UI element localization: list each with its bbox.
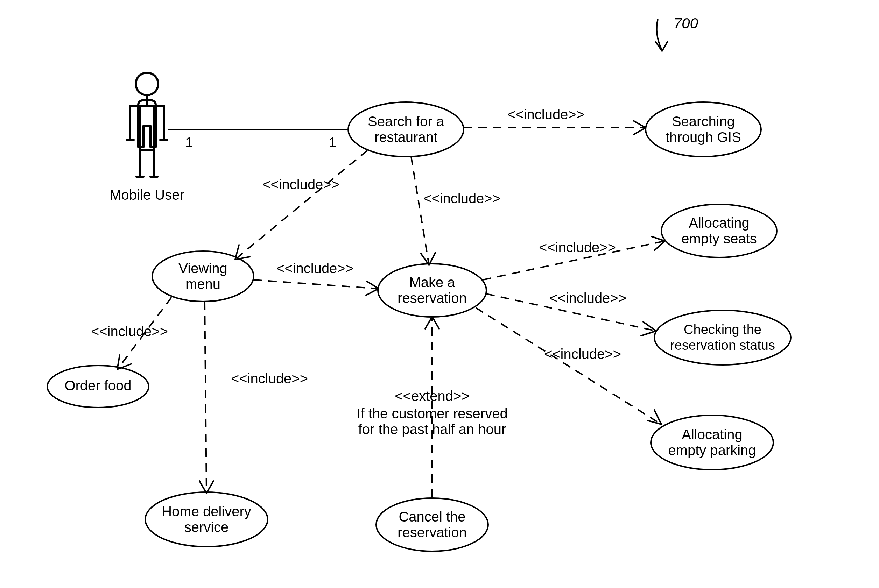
svg-line-53 bbox=[205, 302, 206, 492]
extend-condition-line2: for the past half an hour bbox=[358, 422, 506, 437]
usecase-gis: Searching through GIS bbox=[646, 102, 761, 157]
svg-text:<<include>>: <<include>> bbox=[539, 240, 616, 255]
usecase-allocating-seats: Allocating empty seats bbox=[661, 204, 777, 258]
svg-text:<<include>>: <<include>> bbox=[424, 190, 500, 206]
extend-condition-line1: If the customer reserved bbox=[356, 406, 507, 421]
svg-text:<<include>>: <<include>> bbox=[507, 106, 584, 122]
svg-text:<<include>>: <<include>> bbox=[231, 371, 308, 386]
extend-cancel-makeres: <<extend>> If the customer reserved for … bbox=[356, 316, 507, 497]
usecase-order-food: Order food bbox=[47, 366, 149, 408]
svg-text:<<include>>: <<include>> bbox=[91, 324, 168, 339]
svg-text:reservation status: reservation status bbox=[670, 338, 775, 352]
include-search-gis: <<include>> bbox=[464, 106, 646, 135]
include-search-makeres: <<include>> bbox=[411, 157, 500, 265]
svg-line-47 bbox=[411, 157, 429, 263]
svg-text:Make a: Make a bbox=[409, 274, 455, 290]
svg-text:empty parking: empty parking bbox=[668, 442, 756, 458]
svg-text:empty seats: empty seats bbox=[681, 231, 757, 246]
svg-text:<<include>>: <<include>> bbox=[544, 346, 621, 362]
association-actor-search: 1 1 bbox=[168, 129, 348, 150]
svg-text:Checking the: Checking the bbox=[684, 322, 762, 337]
usecase-checking-status: Checking the reservation status bbox=[654, 310, 791, 365]
svg-text:<<include>>: <<include>> bbox=[276, 261, 353, 276]
reference-number: 700 bbox=[673, 15, 699, 32]
actor-mobile-user: Mobile User bbox=[110, 73, 184, 202]
include-makeres-allocseats: <<include>> bbox=[483, 237, 665, 280]
usecase-make-reservation: Make a reservation bbox=[378, 264, 486, 317]
svg-text:reservation: reservation bbox=[398, 525, 467, 540]
include-makeres-checkstatus: <<include>> bbox=[486, 290, 656, 336]
usecase-cancel-reservation: Cancel the reservation bbox=[376, 498, 488, 551]
include-viewmenu-homedelivery: <<include>> bbox=[200, 302, 308, 493]
extend-stereotype: <<extend>> bbox=[395, 388, 470, 404]
svg-text:Allocating: Allocating bbox=[689, 215, 749, 231]
svg-point-28 bbox=[654, 310, 791, 365]
svg-text:Home delivery: Home delivery bbox=[162, 504, 251, 519]
multiplicity-left: 1 bbox=[185, 135, 193, 150]
include-viewmenu-orderfood: <<include>> bbox=[91, 297, 171, 369]
svg-text:Searching: Searching bbox=[672, 114, 735, 129]
svg-text:through GIS: through GIS bbox=[666, 129, 741, 145]
svg-line-45 bbox=[238, 150, 367, 257]
svg-text:Viewing: Viewing bbox=[179, 261, 227, 276]
usecase-allocating-parking: Allocating empty parking bbox=[651, 415, 773, 470]
include-viewmenu-makeres: <<include>> bbox=[254, 261, 379, 295]
multiplicity-right: 1 bbox=[329, 135, 336, 150]
usecase-home-delivery: Home delivery service bbox=[145, 492, 268, 547]
svg-point-0 bbox=[136, 73, 158, 95]
actor-label: Mobile User bbox=[110, 187, 184, 202]
svg-text:Order food: Order food bbox=[65, 378, 131, 393]
svg-text:restaurant: restaurant bbox=[374, 129, 437, 145]
svg-text:<<include>>: <<include>> bbox=[263, 177, 340, 192]
svg-text:Allocating: Allocating bbox=[682, 427, 742, 442]
include-search-viewmenu: <<include>> bbox=[235, 150, 367, 260]
usecase-search: Search for a restaurant bbox=[348, 102, 464, 157]
svg-text:Cancel the: Cancel the bbox=[398, 509, 466, 524]
figure-reference: 700 bbox=[656, 15, 699, 51]
svg-text:menu: menu bbox=[185, 276, 221, 292]
svg-line-49 bbox=[254, 280, 377, 289]
svg-text:service: service bbox=[185, 519, 229, 535]
svg-text:Search for a: Search for a bbox=[368, 114, 445, 129]
svg-text:reservation: reservation bbox=[398, 290, 467, 306]
svg-text:<<include>>: <<include>> bbox=[549, 290, 627, 306]
